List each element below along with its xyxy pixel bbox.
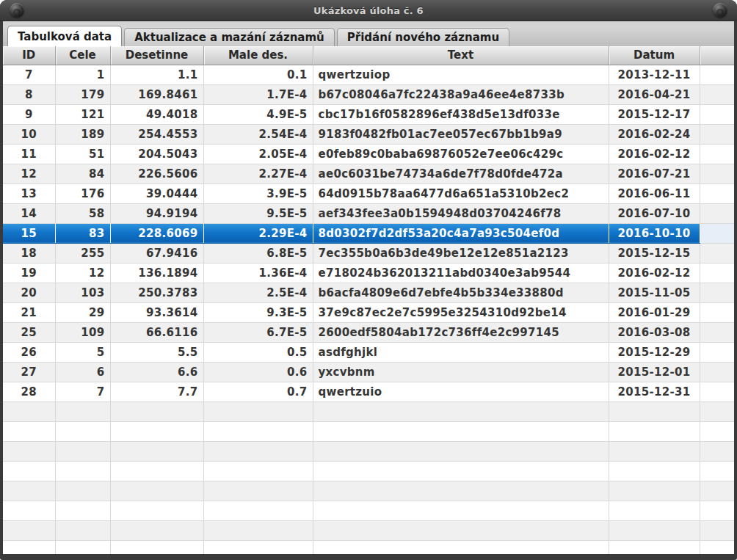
- cell-desetinne[interactable]: 66.6116: [110, 322, 203, 342]
- table-row[interactable]: 21 29 93.3614 9.3E-5 37e9c87ec2e7c5995e3…: [3, 302, 734, 322]
- cell-desetinne[interactable]: 250.3783: [110, 283, 203, 302]
- cell-datum[interactable]: 2013-12-11: [609, 65, 700, 84]
- cell-cele[interactable]: 83: [55, 223, 110, 243]
- cell-desetinne[interactable]: 67.9416: [110, 243, 203, 263]
- cell-cele[interactable]: 84: [55, 164, 110, 183]
- cell-text[interactable]: e718024b362013211abd0340e3ab9544: [313, 263, 609, 283]
- cell-id[interactable]: 15: [3, 223, 55, 243]
- table-row[interactable]: 7 1 1.1 0.1 qwertzuiop 2013-12-11: [3, 65, 734, 84]
- table-row-empty[interactable]: [3, 501, 734, 520]
- cell-id[interactable]: 12: [3, 164, 55, 183]
- cell-cele[interactable]: 1: [55, 65, 110, 84]
- table-row[interactable]: 8 179 169.8461 1.7E-4 b67c08046a7fc22438…: [3, 84, 734, 104]
- cell-datum[interactable]: 2016-02-24: [609, 124, 700, 144]
- cell-datum[interactable]: 2016-07-10: [609, 203, 700, 223]
- cell-cele[interactable]: 103: [55, 283, 110, 302]
- cell-datum[interactable]: 2016-03-08: [609, 322, 700, 342]
- cell-datum[interactable]: 2016-02-12: [609, 263, 700, 283]
- table-row-empty[interactable]: [3, 520, 734, 540]
- cell-id[interactable]: 28: [3, 382, 55, 401]
- cell-male-des[interactable]: 6.7E-5: [203, 322, 313, 342]
- cell-male-des[interactable]: 0.5: [203, 342, 313, 362]
- table-row[interactable]: 26 5 5.5 0.5 asdfghjkl 2015-12-29: [3, 342, 734, 362]
- cell-male-des[interactable]: 0.1: [203, 65, 313, 84]
- cell-text[interactable]: asdfghjkl: [313, 342, 609, 362]
- cell-cele[interactable]: 58: [55, 203, 110, 223]
- table-row[interactable]: 14 58 94.9194 9.5E-5 aef343fee3a0b159494…: [3, 203, 734, 223]
- cell-datum[interactable]: 2016-04-21: [609, 84, 700, 104]
- table-row[interactable]: 12 84 226.5606 2.27E-4 ae0c6031be74734a6…: [3, 164, 734, 183]
- table-row[interactable]: 28 7 7.7 0.7 qwertzuio 2015-12-31: [3, 382, 734, 401]
- cell-desetinne[interactable]: 169.8461: [110, 84, 203, 104]
- cell-datum[interactable]: 2015-12-15: [609, 243, 700, 263]
- cell-cele[interactable]: 51: [55, 144, 110, 164]
- tab-tabulkova-data[interactable]: Tabulková data: [7, 26, 122, 46]
- cell-text[interactable]: 9183f0482fb01ac7ee057ec67bb1b9a9: [313, 124, 609, 144]
- cell-datum[interactable]: 2016-10-10: [609, 223, 700, 243]
- cell-desetinne[interactable]: 254.4553: [110, 124, 203, 144]
- cell-male-des[interactable]: 9.5E-5: [203, 203, 313, 223]
- table-row-empty[interactable]: [3, 461, 734, 481]
- column-header-cele[interactable]: Cele: [55, 46, 110, 65]
- cell-id[interactable]: 13: [3, 183, 55, 203]
- cell-male-des[interactable]: 9.3E-5: [203, 302, 313, 322]
- cell-id[interactable]: 8: [3, 84, 55, 104]
- cell-desetinne[interactable]: 93.3614: [110, 302, 203, 322]
- cell-cele[interactable]: 255: [55, 243, 110, 263]
- cell-desetinne[interactable]: 5.5: [110, 342, 203, 362]
- cell-cele[interactable]: 121: [55, 104, 110, 124]
- window-button-left[interactable]: [10, 3, 24, 18]
- table-row[interactable]: 19 12 136.1894 1.36E-4 e718024b362013211…: [3, 263, 734, 283]
- column-header-datum[interactable]: Datum: [609, 46, 700, 65]
- cell-datum[interactable]: 2016-01-29: [609, 302, 700, 322]
- cell-datum[interactable]: 2016-06-11: [609, 183, 700, 203]
- cell-id[interactable]: 21: [3, 302, 55, 322]
- column-header-id[interactable]: ID: [3, 46, 55, 65]
- table-row[interactable]: 15 83 228.6069 2.29E-4 8d0302f7d2df53a20…: [3, 223, 734, 243]
- table-row[interactable]: 10 189 254.4553 2.54E-4 9183f0482fb01ac7…: [3, 124, 734, 144]
- cell-id[interactable]: 20: [3, 283, 55, 302]
- cell-id[interactable]: 19: [3, 263, 55, 283]
- cell-id[interactable]: 11: [3, 144, 55, 164]
- cell-male-des[interactable]: 6.8E-5: [203, 243, 313, 263]
- column-header-male-des[interactable]: Male des.: [203, 46, 313, 65]
- cell-text[interactable]: ae0c6031be74734a6de7f78d0fde472a: [313, 164, 609, 183]
- cell-text[interactable]: 7ec355b0a6b3de49be12e12e851a2123: [313, 243, 609, 263]
- cell-desetinne[interactable]: 226.5606: [110, 164, 203, 183]
- cell-male-des[interactable]: 3.9E-5: [203, 183, 313, 203]
- cell-text[interactable]: yxcvbnm: [313, 362, 609, 382]
- table-row[interactable]: 13 176 39.0444 3.9E-5 64d0915b78aa6477d6…: [3, 183, 734, 203]
- cell-text[interactable]: b67c08046a7fc22438a9a46ee4e8733b: [313, 84, 609, 104]
- titlebar[interactable]: Ukázková úloha č. 6: [0, 0, 737, 21]
- cell-id[interactable]: 18: [3, 243, 55, 263]
- table-row[interactable]: 27 6 6.6 0.6 yxcvbnm 2015-12-01: [3, 362, 734, 382]
- cell-text[interactable]: aef343fee3a0b1594948d03704246f78: [313, 203, 609, 223]
- cell-cele[interactable]: 6: [55, 362, 110, 382]
- cell-datum[interactable]: 2015-12-31: [609, 382, 700, 401]
- table-row-empty[interactable]: [3, 401, 734, 421]
- cell-text[interactable]: cbc17b16f0582896ef438d5e13df033e: [313, 104, 609, 124]
- cell-male-des[interactable]: 2.27E-4: [203, 164, 313, 183]
- column-header-text[interactable]: Text: [313, 46, 609, 65]
- cell-cele[interactable]: 5: [55, 342, 110, 362]
- cell-male-des[interactable]: 1.7E-4: [203, 84, 313, 104]
- cell-datum[interactable]: 2015-12-17: [609, 104, 700, 124]
- cell-cele[interactable]: 176: [55, 183, 110, 203]
- cell-datum[interactable]: 2015-11-05: [609, 283, 700, 302]
- cell-cele[interactable]: 12: [55, 263, 110, 283]
- cell-desetinne[interactable]: 6.6: [110, 362, 203, 382]
- cell-male-des[interactable]: 0.6: [203, 362, 313, 382]
- cell-desetinne[interactable]: 39.0444: [110, 183, 203, 203]
- tab-pridani-noveho-zaznamu[interactable]: Přidání nového záznamu: [337, 28, 509, 46]
- cell-text[interactable]: 37e9c87ec2e7c5995e3254310d92be14: [313, 302, 609, 322]
- table-row[interactable]: 25 109 66.6116 6.7E-5 2600edf5804ab172c7…: [3, 322, 734, 342]
- cell-id[interactable]: 27: [3, 362, 55, 382]
- cell-desetinne[interactable]: 228.6069: [110, 223, 203, 243]
- cell-datum[interactable]: 2015-12-29: [609, 342, 700, 362]
- cell-text[interactable]: e0feb89c0baba69876052e7ee06c429c: [313, 144, 609, 164]
- table-row-empty[interactable]: [3, 421, 734, 441]
- column-header-desetinne[interactable]: Desetinne: [110, 46, 203, 65]
- cell-desetinne[interactable]: 204.5043: [110, 144, 203, 164]
- cell-male-des[interactable]: 0.7: [203, 382, 313, 401]
- cell-desetinne[interactable]: 1.1: [110, 65, 203, 84]
